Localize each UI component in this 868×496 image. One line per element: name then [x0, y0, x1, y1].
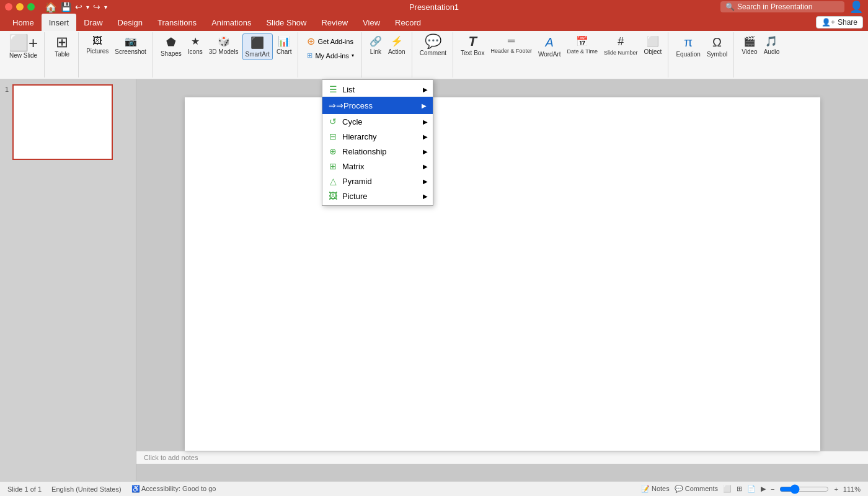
normal-view-icon[interactable]: ⬜	[723, 485, 732, 493]
presenter-view-icon[interactable]: ▶	[761, 485, 766, 493]
new-slide-button[interactable]: ⬜+ New Slide	[6, 33, 40, 60]
notes-bar[interactable]: Click to add notes	[136, 451, 868, 464]
table-button[interactable]: ⊞ Table	[50, 33, 74, 59]
reading-view-icon[interactable]: 📄	[747, 485, 756, 493]
status-bar: Slide 1 of 1 English (United States) ♿ A…	[0, 481, 868, 496]
slide-sorter-icon[interactable]: ⊞	[737, 485, 742, 493]
shapes-button[interactable]: ⬟ Shapes	[158, 33, 184, 59]
textbox-button[interactable]: T Text Box	[458, 33, 487, 58]
get-addins-button[interactable]: ⊕ Get Add-ins	[303, 33, 357, 49]
slide-thumbnail[interactable]	[12, 84, 113, 160]
comments-icon: 💬	[675, 485, 683, 492]
save-icon[interactable]: 💾	[61, 2, 71, 12]
3d-models-button[interactable]: 🎲 3D Models	[206, 33, 241, 57]
notes-label: Notes	[652, 485, 670, 492]
textbox-icon: T	[468, 35, 476, 48]
redo-icon[interactable]: ↪	[93, 2, 100, 12]
smartart-cycle-item[interactable]: ↺ Cycle ▶	[322, 114, 433, 129]
chart-label: Chart	[277, 48, 291, 55]
wordart-button[interactable]: A WordArt	[536, 33, 564, 60]
tab-animations[interactable]: Animations	[204, 14, 259, 31]
notes-placeholder: Click to add notes	[144, 454, 198, 461]
smartart-hierarchy-item[interactable]: ⊟ Hierarchy ▶	[322, 129, 433, 144]
header-footer-icon: ═	[508, 35, 515, 46]
relationship-icon: ⊕	[327, 146, 339, 156]
object-label: Object	[644, 48, 662, 55]
video-button[interactable]: 🎬 Video	[739, 33, 760, 57]
minimize-button[interactable]	[16, 3, 24, 11]
datetime-button[interactable]: 📅 Date & Time	[564, 33, 600, 56]
pictures-button[interactable]: 🖼 Pictures	[84, 33, 111, 56]
search-box[interactable]: 🔍 Search in Presentation	[720, 1, 844, 12]
hierarchy-icon: ⊟	[327, 131, 339, 141]
3d-icon: 🎲	[218, 35, 230, 47]
smartart-list-item[interactable]: ☰ List ▶	[322, 82, 433, 97]
chart-button[interactable]: 📊 Chart	[274, 33, 294, 57]
tab-draw[interactable]: Draw	[76, 14, 110, 31]
cycle-item-left: ↺ Cycle	[327, 117, 363, 126]
smartart-button[interactable]: ⬛ SmartArt	[242, 33, 273, 60]
notes-button[interactable]: 📝 Notes	[641, 485, 670, 493]
ribbon-toolbar: ⬜+ New Slide ⊞ Table 🖼 Pictures 📷 Screen…	[0, 31, 868, 79]
smartart-pyramid-item[interactable]: △ Pyramid ▶	[322, 174, 433, 188]
3d-label: 3D Models	[209, 48, 239, 55]
language: English (United States)	[51, 485, 122, 493]
matrix-icon: ⊞	[327, 161, 339, 171]
hierarchy-label: Hierarchy	[342, 132, 377, 141]
header-footer-button[interactable]: ═ Header & Footer	[488, 33, 534, 56]
more-icon[interactable]: ▾	[104, 4, 107, 11]
matrix-label: Matrix	[342, 162, 364, 171]
ribbon-group-symbols: π Equation Ω Symbol	[670, 32, 734, 78]
close-button[interactable]	[5, 3, 12, 11]
tab-design[interactable]: Design	[110, 14, 150, 31]
pyramid-item-left: △ Pyramid	[327, 176, 372, 186]
zoom-in-icon[interactable]: +	[834, 485, 838, 493]
object-button[interactable]: ⬜ Object	[642, 33, 665, 57]
share-button[interactable]: 👤+ Share	[816, 16, 863, 29]
tab-review[interactable]: Review	[314, 14, 355, 31]
undo-icon[interactable]: ↩	[75, 2, 82, 12]
home-icon[interactable]: 🏠	[45, 1, 57, 13]
slide-number-button[interactable]: # Slide Number	[601, 33, 640, 58]
zoom-slider[interactable]	[779, 484, 829, 494]
user-avatar[interactable]: 👤	[849, 0, 863, 14]
action-button[interactable]: ⚡ Action	[386, 33, 408, 57]
my-addins-button[interactable]: ⊞ My Add-ins ▾	[303, 50, 357, 61]
my-addins-arrow: ▾	[352, 53, 354, 58]
tab-insert[interactable]: Insert	[42, 14, 77, 31]
equation-button[interactable]: π Equation	[673, 33, 702, 60]
process-item-left: ⇒⇒ Process	[329, 100, 373, 110]
symbol-button[interactable]: Ω Symbol	[704, 33, 730, 60]
accessibility-status[interactable]: ♿ Accessibility: Good to go	[131, 485, 216, 493]
smartart-relationship-item[interactable]: ⊕ Relationship ▶	[322, 144, 433, 159]
link-button[interactable]: 🔗 Link	[367, 33, 384, 57]
slide-canvas[interactable]	[185, 97, 820, 451]
action-label: Action	[388, 48, 405, 55]
tab-view[interactable]: View	[355, 14, 388, 31]
tab-home[interactable]: Home	[5, 14, 42, 31]
tab-slideshow[interactable]: Slide Show	[259, 14, 314, 31]
audio-button[interactable]: 🎵 Audio	[761, 33, 782, 57]
maximize-button[interactable]	[27, 3, 35, 11]
smartart-matrix-item[interactable]: ⊞ Matrix ▶	[322, 159, 433, 174]
datetime-label: Date & Time	[567, 48, 598, 55]
zoom-out-icon[interactable]: −	[771, 485, 774, 493]
list-item-left: ☰ List	[327, 84, 355, 94]
comments-button[interactable]: 💬 Comments	[675, 485, 718, 493]
tab-transitions[interactable]: Transitions	[150, 14, 204, 31]
slide-number-icon: #	[618, 35, 624, 48]
pictures-icon: 🖼	[92, 35, 102, 46]
smartart-label: SmartArt	[246, 51, 270, 58]
equation-icon: π	[684, 35, 693, 50]
ribbon-group-table: ⊞ Table	[46, 32, 79, 78]
tab-record[interactable]: Record	[388, 14, 428, 31]
screenshot-button[interactable]: 📷 Screenshot	[112, 33, 149, 57]
audio-label: Audio	[764, 48, 780, 55]
icons-button[interactable]: ★ Icons	[185, 33, 205, 57]
smartart-process-item[interactable]: ⇒⇒ Process ▶	[322, 97, 433, 114]
comment-button[interactable]: 💬 Comment	[417, 33, 449, 58]
ribbon-group-text: T Text Box ═ Header & Footer A WordArt 📅…	[454, 32, 668, 78]
comments-label: Comments	[685, 485, 718, 492]
main-layout: 1 Click to add notes	[0, 79, 868, 481]
smartart-picture-item[interactable]: 🖼 Picture ▶	[322, 188, 433, 203]
